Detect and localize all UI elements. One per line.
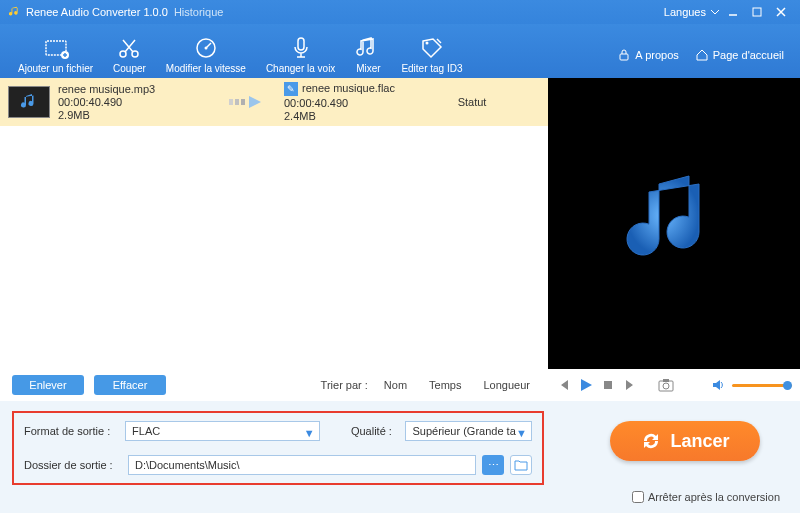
- lock-icon: [617, 48, 631, 62]
- filmstrip-icon: [43, 35, 69, 61]
- format-badge-icon: ✎: [284, 82, 298, 96]
- svg-rect-0: [753, 8, 761, 16]
- svg-rect-16: [663, 379, 669, 382]
- voice-button[interactable]: Changer la voix: [256, 35, 345, 74]
- browse-folder-button[interactable]: [510, 455, 532, 475]
- sort-length[interactable]: Longueur: [478, 379, 537, 391]
- tag-edit-icon: [419, 35, 445, 61]
- mixer-label: Mixer: [356, 63, 380, 74]
- sort-by-label: Trier par :: [321, 379, 368, 391]
- voice-label: Changer la voix: [266, 63, 335, 74]
- svg-point-15: [663, 383, 669, 389]
- launch-label: Lancer: [670, 431, 729, 452]
- remove-button[interactable]: Enlever: [12, 375, 84, 395]
- main-area: renee musique.mp3 00:00:40.490 2.9MB ✎re…: [0, 78, 800, 401]
- dest-filename: ✎renee musique.flac: [284, 82, 434, 96]
- sort-name[interactable]: Nom: [378, 379, 413, 391]
- app-logo-icon: [8, 5, 22, 19]
- stop-button[interactable]: [600, 377, 616, 393]
- svg-rect-11: [235, 99, 239, 105]
- speed-button[interactable]: Modifier la vitesse: [156, 35, 256, 74]
- format-dropdown[interactable]: FLAC ▼: [125, 421, 319, 441]
- chevron-down-icon: ▼: [304, 427, 315, 439]
- quality-value: Supérieur (Grande ta: [412, 425, 515, 437]
- list-bottom-bar: Enlever Effacer Trier par : Nom Temps Lo…: [0, 369, 548, 401]
- chevron-down-icon: ▼: [516, 427, 527, 439]
- source-filename: renee musique.mp3: [58, 83, 218, 95]
- id3-label: Editer tag ID3: [401, 63, 462, 74]
- svg-rect-9: [620, 54, 628, 60]
- about-label: A propos: [635, 49, 678, 61]
- history-link[interactable]: Historique: [174, 6, 224, 18]
- format-value: FLAC: [132, 425, 160, 437]
- microphone-icon: [288, 35, 314, 61]
- volume-icon[interactable]: [710, 377, 726, 393]
- preview-panel: [548, 78, 800, 401]
- clear-button[interactable]: Effacer: [94, 375, 166, 395]
- add-file-label: Ajouter un fichier: [18, 63, 93, 74]
- folder-icon: [514, 459, 528, 471]
- maximize-button[interactable]: [746, 3, 768, 21]
- snapshot-button[interactable]: [658, 377, 674, 393]
- quality-label: Qualité :: [351, 425, 400, 437]
- sort-time[interactable]: Temps: [423, 379, 467, 391]
- output-folder-input[interactable]: D:\Documents\Music\: [128, 455, 476, 475]
- mixer-button[interactable]: Mixer: [345, 35, 391, 74]
- speed-label: Modifier la vitesse: [166, 63, 246, 74]
- id3-button[interactable]: Editer tag ID3: [391, 35, 472, 74]
- output-settings: Format de sortie : FLAC ▼ Qualité : Supé…: [12, 411, 544, 485]
- add-file-button[interactable]: Ajouter un fichier: [8, 35, 103, 74]
- dest-duration: 00:00:40.490: [284, 97, 434, 109]
- refresh-icon: [640, 430, 662, 452]
- main-toolbar: Ajouter un fichier Couper Modifier la vi…: [0, 24, 800, 78]
- status-header: Statut: [442, 96, 502, 108]
- title-bar: Renee Audio Converter 1.0.0 Historique L…: [0, 0, 800, 24]
- home-label: Page d'accueil: [713, 49, 784, 61]
- source-file-info: renee musique.mp3 00:00:40.490 2.9MB: [58, 83, 218, 121]
- svg-rect-13: [604, 381, 612, 389]
- more-folder-button[interactable]: ⋯: [482, 455, 504, 475]
- preview-image: [548, 78, 800, 369]
- play-button[interactable]: [578, 377, 594, 393]
- volume-knob[interactable]: [783, 381, 792, 390]
- convert-arrow-icon: [226, 94, 276, 110]
- format-label: Format de sortie :: [24, 425, 119, 437]
- next-button[interactable]: [622, 377, 638, 393]
- svg-rect-10: [229, 99, 233, 105]
- svg-rect-7: [298, 38, 304, 50]
- home-icon: [695, 48, 709, 62]
- stop-after-checkbox[interactable]: Arrêter après la conversion: [632, 491, 780, 503]
- homepage-link[interactable]: Page d'accueil: [687, 48, 792, 74]
- stop-after-input[interactable]: [632, 491, 644, 503]
- app-title: Renee Audio Converter 1.0.0: [26, 6, 168, 18]
- svg-point-8: [425, 42, 428, 45]
- dest-size: 2.4MB: [284, 110, 434, 122]
- file-thumbnail: [8, 86, 50, 118]
- music-note-large-icon: [614, 164, 734, 284]
- stop-after-label: Arrêter après la conversion: [648, 491, 780, 503]
- svg-rect-12: [241, 99, 245, 105]
- svg-point-6: [204, 47, 207, 50]
- chevron-down-icon: [710, 7, 720, 17]
- close-button[interactable]: [770, 3, 792, 21]
- dest-file-info: ✎renee musique.flac 00:00:40.490 2.4MB: [284, 82, 434, 122]
- minimize-button[interactable]: [722, 3, 744, 21]
- language-dropdown[interactable]: Langues: [664, 6, 720, 18]
- about-link[interactable]: A propos: [609, 48, 686, 74]
- volume-slider[interactable]: [732, 384, 792, 387]
- gauge-icon: [193, 35, 219, 61]
- scissors-icon: [116, 35, 142, 61]
- prev-button[interactable]: [556, 377, 572, 393]
- launch-button[interactable]: Lancer: [610, 421, 760, 461]
- source-size: 2.9MB: [58, 109, 218, 121]
- folder-value: D:\Documents\Music\: [135, 459, 240, 471]
- cut-button[interactable]: Couper: [103, 35, 156, 74]
- cut-label: Couper: [113, 63, 146, 74]
- folder-label: Dossier de sortie :: [24, 459, 122, 471]
- file-list: renee musique.mp3 00:00:40.490 2.9MB ✎re…: [0, 78, 548, 401]
- file-row[interactable]: renee musique.mp3 00:00:40.490 2.9MB ✎re…: [0, 78, 548, 126]
- player-controls: [548, 369, 800, 401]
- language-label: Langues: [664, 6, 706, 18]
- quality-dropdown[interactable]: Supérieur (Grande ta ▼: [405, 421, 532, 441]
- footer-panel: Format de sortie : FLAC ▼ Qualité : Supé…: [0, 401, 800, 513]
